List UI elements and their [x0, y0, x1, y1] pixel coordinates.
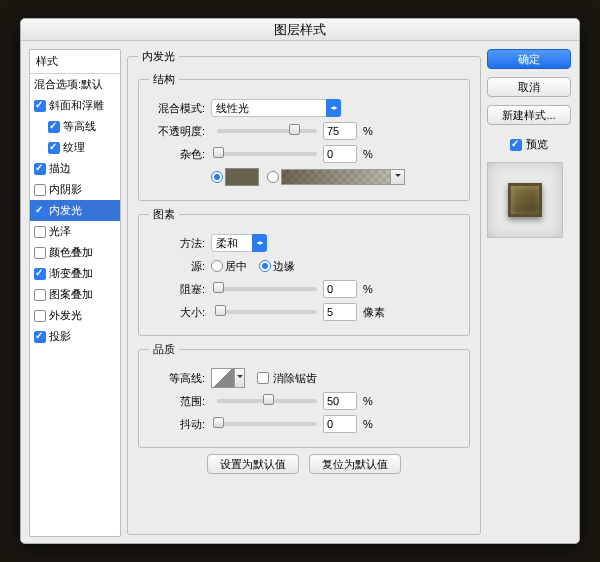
inner-glow-legend: 内发光: [138, 49, 179, 64]
size-input[interactable]: [323, 303, 357, 321]
style-item-inner-shadow[interactable]: 内阴影: [30, 179, 120, 200]
noise-input[interactable]: [323, 145, 357, 163]
opacity-input[interactable]: [323, 122, 357, 140]
structure-fieldset: 结构 混合模式: 线性光 不透明度: % 杂色:: [138, 72, 470, 201]
gradient-dropdown[interactable]: [391, 169, 405, 185]
color-type-gradient-radio[interactable]: [267, 171, 279, 183]
choke-input[interactable]: [323, 280, 357, 298]
dialog-title: 图层样式: [21, 19, 579, 41]
satin-checkbox[interactable]: [34, 226, 46, 238]
texture-checkbox[interactable]: [48, 142, 60, 154]
glow-color-well[interactable]: [225, 168, 259, 186]
opacity-label: 不透明度:: [149, 124, 205, 139]
style-item-stroke[interactable]: 描边: [30, 158, 120, 179]
opacity-slider[interactable]: [217, 129, 317, 133]
style-item-outer-glow[interactable]: 外发光: [30, 305, 120, 326]
source-edge-radio[interactable]: [259, 260, 271, 272]
preview-checkbox[interactable]: [510, 139, 522, 151]
blend-mode-combo[interactable]: 线性光: [211, 99, 341, 117]
layer-style-dialog: 图层样式 样式 混合选项:默认 斜面和浮雕 等高线 纹理 描边 内阴影 内发光 …: [20, 18, 580, 544]
dialog-content: 样式 混合选项:默认 斜面和浮雕 等高线 纹理 描边 内阴影 内发光 光泽 颜色…: [21, 41, 579, 544]
style-item-color-overlay[interactable]: 颜色叠加: [30, 242, 120, 263]
jitter-slider[interactable]: [217, 422, 317, 426]
style-item-texture[interactable]: 纹理: [30, 137, 120, 158]
inner-glow-fieldset: 内发光 结构 混合模式: 线性光 不透明度: % 杂色:: [127, 49, 481, 535]
range-input[interactable]: [323, 392, 357, 410]
contour-checkbox[interactable]: [48, 121, 60, 133]
contour-dropdown[interactable]: [235, 368, 245, 388]
jitter-input[interactable]: [323, 415, 357, 433]
blend-mode-select[interactable]: 线性光: [211, 99, 341, 117]
source-center-label: 居中: [225, 259, 247, 274]
jitter-unit: %: [363, 418, 373, 430]
style-item-pattern-overlay[interactable]: 图案叠加: [30, 284, 120, 305]
reset-default-button[interactable]: 复位为默认值: [309, 454, 401, 474]
pattern-overlay-checkbox[interactable]: [34, 289, 46, 301]
contour-picker[interactable]: [211, 368, 235, 388]
style-item-inner-glow[interactable]: 内发光: [30, 200, 120, 221]
gradient-preview[interactable]: [281, 169, 391, 185]
size-label: 大小:: [149, 305, 205, 320]
preview-label: 预览: [526, 137, 548, 152]
opacity-unit: %: [363, 125, 373, 137]
style-item-gradient-overlay[interactable]: 渐变叠加: [30, 263, 120, 284]
source-edge-label: 边缘: [273, 259, 295, 274]
preview-thumbnail: [487, 162, 563, 238]
inner-shadow-checkbox[interactable]: [34, 184, 46, 196]
style-item-drop-shadow[interactable]: 投影: [30, 326, 120, 347]
style-item-bevel[interactable]: 斜面和浮雕: [30, 95, 120, 116]
choke-label: 阻塞:: [149, 282, 205, 297]
blend-options-row[interactable]: 混合选项:默认: [30, 74, 120, 95]
ok-button[interactable]: 确定: [487, 49, 571, 69]
antialias-label: 消除锯齿: [273, 371, 317, 386]
side-buttons: 确定 取消 新建样式... 预览: [487, 49, 571, 537]
stroke-checkbox[interactable]: [34, 163, 46, 175]
make-default-button[interactable]: 设置为默认值: [207, 454, 299, 474]
noise-slider[interactable]: [217, 152, 317, 156]
range-label: 范围:: [149, 394, 205, 409]
new-style-button[interactable]: 新建样式...: [487, 105, 571, 125]
styles-header[interactable]: 样式: [30, 50, 120, 74]
contour-label: 等高线:: [149, 371, 205, 386]
color-type-solid-radio[interactable]: [211, 171, 223, 183]
size-unit: 像素: [363, 305, 385, 320]
inner-glow-checkbox[interactable]: [34, 205, 46, 217]
range-unit: %: [363, 395, 373, 407]
drop-shadow-checkbox[interactable]: [34, 331, 46, 343]
elements-fieldset: 图素 方法: 柔和 源: 居中 边缘 阻塞:: [138, 207, 470, 336]
quality-fieldset: 品质 等高线: 消除锯齿 范围: %: [138, 342, 470, 448]
noise-label: 杂色:: [149, 147, 205, 162]
blend-mode-label: 混合模式:: [149, 101, 205, 116]
technique-label: 方法:: [149, 236, 205, 251]
technique-combo[interactable]: 柔和: [211, 234, 267, 252]
color-overlay-checkbox[interactable]: [34, 247, 46, 259]
jitter-label: 抖动:: [149, 417, 205, 432]
preview-swatch: [508, 183, 542, 217]
gradient-overlay-checkbox[interactable]: [34, 268, 46, 280]
source-center-radio[interactable]: [211, 260, 223, 272]
choke-slider[interactable]: [217, 287, 317, 291]
size-slider[interactable]: [217, 310, 317, 314]
antialias-checkbox[interactable]: [257, 372, 269, 384]
bevel-checkbox[interactable]: [34, 100, 46, 112]
style-item-contour[interactable]: 等高线: [30, 116, 120, 137]
elements-legend: 图素: [149, 207, 179, 222]
technique-select[interactable]: 柔和: [211, 234, 267, 252]
choke-unit: %: [363, 283, 373, 295]
quality-legend: 品质: [149, 342, 179, 357]
source-label: 源:: [149, 259, 205, 274]
cancel-button[interactable]: 取消: [487, 77, 571, 97]
main-panel: 内发光 结构 混合模式: 线性光 不透明度: % 杂色:: [127, 49, 481, 537]
blend-options-label: 混合选项:默认: [34, 77, 103, 92]
styles-list: 样式 混合选项:默认 斜面和浮雕 等高线 纹理 描边 内阴影 内发光 光泽 颜色…: [29, 49, 121, 537]
style-item-satin[interactable]: 光泽: [30, 221, 120, 242]
range-slider[interactable]: [217, 399, 317, 403]
structure-legend: 结构: [149, 72, 179, 87]
noise-unit: %: [363, 148, 373, 160]
outer-glow-checkbox[interactable]: [34, 310, 46, 322]
